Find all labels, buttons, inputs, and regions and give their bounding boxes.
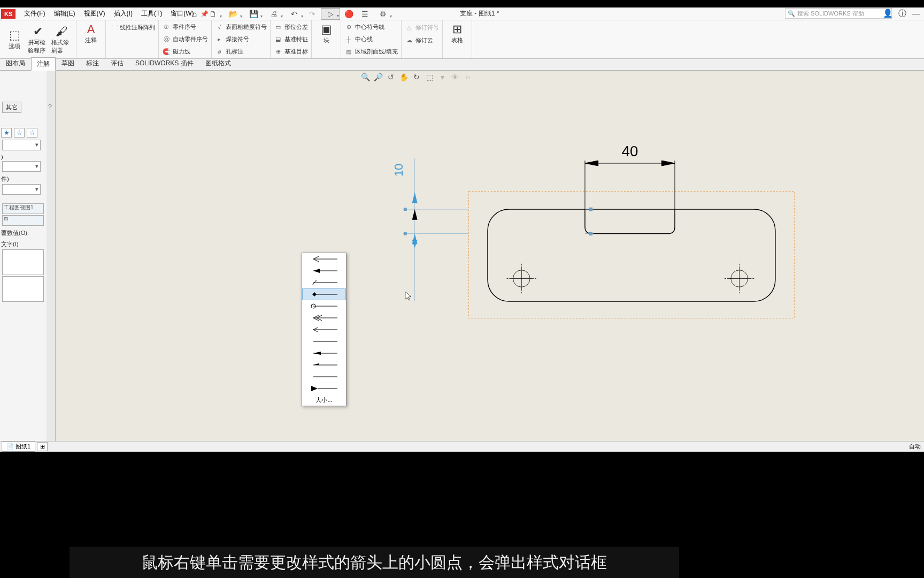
arrow-style-circle[interactable] bbox=[302, 300, 346, 312]
arrow-style-triangle[interactable] bbox=[302, 383, 346, 394]
menu-insert[interactable]: 插入(I) bbox=[110, 7, 137, 20]
revision-symbol-button[interactable]: △修订符号 bbox=[405, 21, 439, 33]
dimension-10: 10 bbox=[392, 164, 405, 177]
svg-rect-0 bbox=[468, 191, 794, 318]
hole-callout-button[interactable]: ⌀孔标注 bbox=[215, 46, 267, 57]
arrow-size-button[interactable]: 大小... bbox=[302, 394, 346, 406]
panel-scrollbar[interactable] bbox=[47, 71, 55, 445]
arrow-style-popup: 大小... bbox=[302, 253, 346, 406]
other-tab[interactable]: 其它 bbox=[2, 102, 21, 113]
svg-marker-31 bbox=[412, 209, 418, 220]
style-select-3[interactable] bbox=[2, 184, 41, 195]
undo-icon[interactable]: ↶▾ bbox=[284, 8, 304, 20]
weld-symbol-button[interactable]: ▸焊接符号 bbox=[215, 34, 267, 45]
view-name-input[interactable]: 工程图视图1 bbox=[2, 203, 44, 214]
svg-marker-53 bbox=[311, 386, 318, 391]
style-select-2[interactable] bbox=[2, 161, 41, 172]
arrow-style-half[interactable] bbox=[302, 359, 346, 371]
surface-finish-button[interactable]: √表面粗糙度符号 bbox=[215, 21, 267, 33]
menu-file[interactable]: 文件(F) bbox=[20, 7, 49, 20]
style-select-1[interactable] bbox=[2, 140, 41, 150]
arrow-style-slash[interactable] bbox=[302, 277, 346, 288]
svg-marker-41 bbox=[312, 292, 317, 296]
unit-input[interactable]: m bbox=[2, 215, 44, 226]
add-sheet-button[interactable]: ⊞ bbox=[37, 442, 48, 451]
tab-dimension[interactable]: 标注 bbox=[80, 57, 105, 70]
menu-edit[interactable]: 编辑(E) bbox=[50, 7, 80, 20]
star-icon-1[interactable]: ★ bbox=[1, 128, 12, 138]
search-input[interactable]: 🔍 搜索 SOLIDWORKS 帮助 bbox=[785, 8, 892, 19]
tab-layout[interactable]: 图布局 bbox=[0, 57, 31, 70]
datum-target-button[interactable]: ⊕基准目标 bbox=[274, 46, 308, 57]
tab-addins[interactable]: SOLIDWORKS 插件 bbox=[129, 57, 199, 70]
dimension-40: 40 bbox=[622, 143, 638, 159]
menu-tools[interactable]: 工具(T) bbox=[137, 7, 166, 20]
arrow-style-open-thin[interactable] bbox=[302, 324, 346, 336]
svg-marker-34 bbox=[405, 292, 411, 300]
minimize-icon[interactable]: — bbox=[912, 9, 920, 19]
subtitle-caption: 鼠标右键单击需要更改样式的箭头上的小圆点，会弹出样式对话框 bbox=[70, 547, 679, 578]
print-icon[interactable]: 🖨▾ bbox=[264, 8, 283, 20]
text-below-input[interactable] bbox=[2, 276, 44, 302]
new-icon[interactable]: 🗋▾ bbox=[203, 8, 222, 20]
svg-rect-24 bbox=[589, 232, 592, 235]
options-button[interactable]: ⬚选项 bbox=[3, 21, 26, 57]
svg-rect-1 bbox=[488, 209, 775, 301]
arrow-style-filled[interactable] bbox=[302, 265, 346, 277]
sheet-tab[interactable]: 📄 图纸1 bbox=[2, 442, 35, 452]
rebuild-icon[interactable]: 🔴 bbox=[341, 8, 356, 20]
svg-marker-37 bbox=[313, 269, 320, 273]
tab-sketch[interactable]: 草图 bbox=[56, 57, 80, 70]
star-icon-3[interactable]: ☆ bbox=[27, 128, 37, 138]
svg-marker-20 bbox=[661, 161, 675, 166]
save-icon[interactable]: 💾▾ bbox=[244, 8, 263, 20]
panel-help-icon[interactable]: ? bbox=[48, 103, 52, 111]
tab-evaluate[interactable]: 评估 bbox=[105, 57, 129, 70]
revision-cloud-button[interactable]: ☁修订云 bbox=[405, 34, 439, 46]
property-panel: ? 其它 ★ ☆ ☆ )⌃ 件)▾ 工程图视图1 m 覆数值(O): 文字(I)… bbox=[0, 71, 56, 445]
centerline-button[interactable]: ┼中心线 bbox=[344, 34, 398, 45]
note-button[interactable]: A注释 bbox=[80, 21, 102, 45]
svg-marker-48 bbox=[313, 352, 321, 355]
table-button[interactable]: ⊞表格 bbox=[446, 21, 468, 45]
block-button[interactable]: ▣块 bbox=[315, 21, 337, 45]
svg-rect-29 bbox=[404, 232, 407, 235]
tab-annotate[interactable]: 注解 bbox=[31, 57, 56, 71]
search-icon: 🔍 bbox=[788, 10, 795, 17]
redo-icon[interactable]: ↷ bbox=[305, 8, 320, 20]
select-icon[interactable]: ▷▾ bbox=[321, 8, 340, 20]
user-icon[interactable]: 👤 bbox=[883, 9, 893, 19]
magnetic-line-button[interactable]: 🧲磁力线 bbox=[162, 46, 208, 57]
format-painter-button[interactable]: 🖌格式涂刷器 bbox=[50, 21, 73, 57]
menu-view[interactable]: 视图(V) bbox=[80, 7, 110, 20]
svg-marker-19 bbox=[585, 161, 598, 166]
drawing-canvas[interactable]: 🔍 🔎 ↺ ✋ ↻ ⬚ ▾ 👁 ○ bbox=[56, 71, 924, 441]
document-title: 支座 - 图纸1 * bbox=[460, 9, 499, 18]
open-icon[interactable]: 📂▾ bbox=[224, 8, 243, 20]
home-icon[interactable]: ⌂ bbox=[187, 8, 202, 20]
status-right: 自动 bbox=[909, 443, 921, 451]
tab-sheet-format[interactable]: 图纸格式 bbox=[199, 57, 237, 70]
arrow-style-line2[interactable] bbox=[302, 371, 346, 383]
help-icon[interactable]: ⓘ bbox=[898, 9, 906, 19]
arrow-style-dot-selected[interactable] bbox=[302, 288, 346, 300]
star-icon-2[interactable]: ☆ bbox=[14, 128, 25, 138]
center-mark-button[interactable]: ⊕中心符号线 bbox=[344, 21, 398, 33]
svg-rect-28 bbox=[404, 208, 407, 211]
auto-balloon-button[interactable]: ⓐ自动零件序号 bbox=[162, 34, 208, 45]
arrow-style-open[interactable] bbox=[302, 253, 346, 265]
linear-pattern-button[interactable]: ⋮⋮线性注释阵列 bbox=[109, 21, 155, 33]
arrow-style-filled-thin[interactable] bbox=[302, 347, 346, 359]
settings-icon[interactable]: ⚙▾ bbox=[373, 8, 392, 20]
text-above-input[interactable] bbox=[2, 249, 44, 275]
geom-tol-button[interactable]: ▭形位公差 bbox=[274, 21, 308, 33]
spellcheck-button[interactable]: ✔拼写检验程序 bbox=[27, 21, 49, 57]
options-icon[interactable]: ☰ bbox=[357, 8, 372, 20]
app-logo: KS bbox=[1, 9, 16, 19]
datum-feature-button[interactable]: ⬓基准特征 bbox=[274, 34, 308, 45]
arrow-style-double-open[interactable] bbox=[302, 312, 346, 324]
balloon-button[interactable]: ①零件序号 bbox=[162, 21, 208, 33]
arrow-style-none[interactable] bbox=[302, 336, 346, 347]
area-hatch-button[interactable]: ▨区域剖面线/填充 bbox=[344, 46, 398, 57]
svg-rect-23 bbox=[589, 208, 592, 211]
